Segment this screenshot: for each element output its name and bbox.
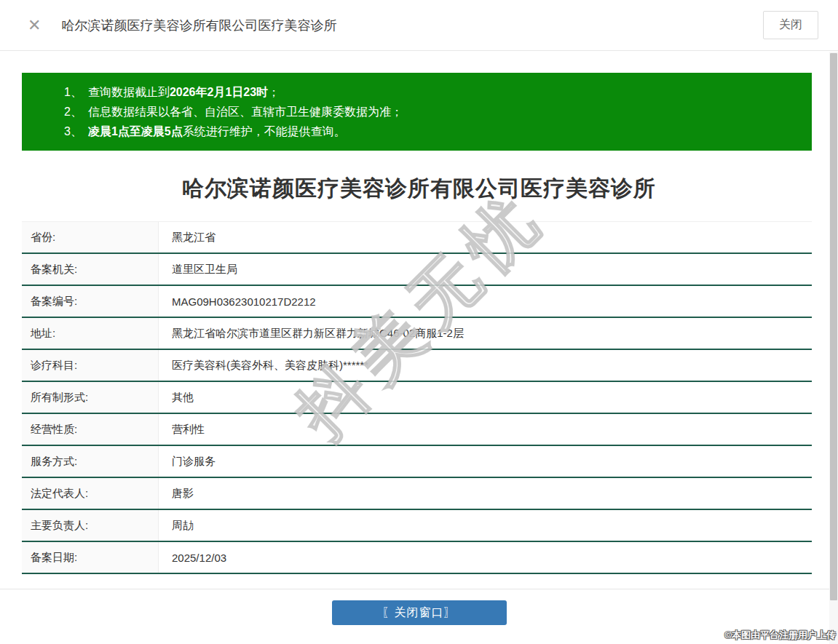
field-value: 门诊服务: [159, 446, 812, 477]
table-row-address: 地址: 黑龙江省哈尔滨市道里区群力新区群力新城C46-02商服1-2层: [22, 318, 812, 350]
close-button[interactable]: 关闭: [763, 11, 818, 39]
window-title: 哈尔滨诺颜医疗美容诊所有限公司医疗美容诊所: [61, 17, 336, 34]
field-label: 备案日期:: [22, 542, 159, 573]
table-row-filing-authority: 备案机关: 道里区卫生局: [22, 254, 812, 286]
scrollbar-thumb[interactable]: [830, 53, 837, 600]
upload-attribution-watermark: ©本图由平台注册用户上传: [724, 629, 836, 642]
field-value: 周劼: [159, 510, 812, 541]
scrollbar-track[interactable]: [829, 52, 838, 644]
field-value: MAG09H03623010217D2212: [159, 286, 812, 317]
table-row-service-mode: 服务方式: 门诊服务: [22, 446, 812, 478]
notice-item-text: 信息数据结果以各省、自治区、直辖市卫生健康委数据为准；: [88, 106, 403, 118]
notice-box: 1、查询数据截止到2026年2月1日23时； 2、信息数据结果以各省、自治区、直…: [22, 73, 812, 151]
window-header: ✕ 哈尔滨诺颜医疗美容诊所有限公司医疗美容诊所 关闭: [0, 0, 838, 51]
table-row-province: 省份: 黑龙江省: [22, 222, 812, 254]
notice-item: 1、查询数据截止到2026年2月1日23时；: [64, 82, 797, 102]
notice-item-number: 3、: [64, 125, 82, 138]
field-value: 营利性: [159, 414, 812, 445]
notice-item-number: 2、: [64, 106, 82, 118]
footer-bar: 〖关闭窗口〗: [0, 589, 838, 625]
field-label: 备案机关:: [22, 254, 159, 285]
field-value: 唐影: [159, 478, 812, 509]
field-label: 经营性质:: [22, 414, 159, 445]
close-x-icon[interactable]: ✕: [28, 17, 41, 33]
table-row-business-nature: 经营性质: 营利性: [22, 414, 812, 446]
field-value: 2025/12/03: [159, 542, 812, 573]
field-label: 备案编号:: [22, 286, 159, 317]
field-label: 主要负责人:: [22, 510, 159, 541]
notice-item-bold: 2026年2月1日23时: [170, 86, 268, 98]
page-title: 哈尔滨诺颜医疗美容诊所有限公司医疗美容诊所: [0, 174, 838, 204]
notice-item-number: 1、: [64, 86, 82, 98]
field-value: 黑龙江省: [159, 222, 812, 253]
field-value: 黑龙江省哈尔滨市道里区群力新区群力新城C46-02商服1-2层: [159, 318, 812, 349]
field-label: 诊疗科目:: [22, 350, 159, 381]
close-window-button[interactable]: 〖关闭窗口〗: [332, 600, 507, 625]
record-detail-window: ✕ 哈尔滨诺颜医疗美容诊所有限公司医疗美容诊所 关闭 1、查询数据截止到2026…: [0, 0, 838, 644]
notice-item-text: ；: [268, 86, 280, 98]
field-label: 服务方式:: [22, 446, 159, 477]
table-row-departments: 诊疗科目: 医疗美容科(美容外科、美容皮肤科)******: [22, 350, 812, 382]
notice-item-text: 系统进行维护，不能提供查询。: [183, 125, 346, 138]
table-row-filing-number: 备案编号: MAG09H03623010217D2212: [22, 286, 812, 318]
table-row-filing-date: 备案日期: 2025/12/03: [22, 542, 812, 574]
field-value: 道里区卫生局: [159, 254, 812, 285]
field-value: 医疗美容科(美容外科、美容皮肤科)******: [159, 350, 812, 381]
info-table: 省份: 黑龙江省 备案机关: 道里区卫生局 备案编号: MAG09H036230…: [22, 221, 812, 574]
field-label: 省份:: [22, 222, 159, 253]
table-row-principal: 主要负责人: 周劼: [22, 510, 812, 542]
notice-item-text: 查询数据截止到: [88, 86, 170, 98]
notice-item-bold: 凌晨1点至凌晨5点: [88, 125, 183, 138]
field-label: 地址:: [22, 318, 159, 349]
notice-item: 2、信息数据结果以各省、自治区、直辖市卫生健康委数据为准；: [64, 102, 797, 122]
field-value: 其他: [159, 382, 812, 413]
notice-item: 3、凌晨1点至凌晨5点系统进行维护，不能提供查询。: [64, 122, 797, 141]
field-label: 所有制形式:: [22, 382, 159, 413]
table-row-ownership: 所有制形式: 其他: [22, 382, 812, 414]
table-row-legal-representative: 法定代表人: 唐影: [22, 478, 812, 510]
field-label: 法定代表人:: [22, 478, 159, 509]
